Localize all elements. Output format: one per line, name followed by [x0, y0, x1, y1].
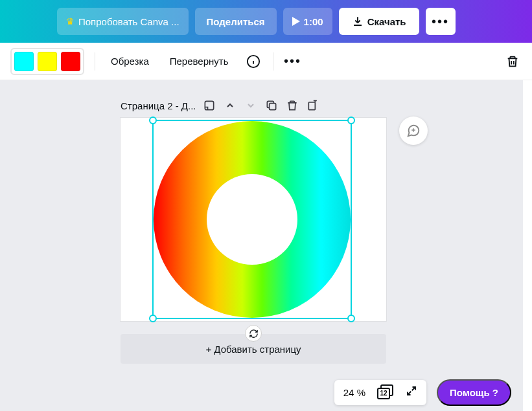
page-count-button[interactable]: 12: [377, 386, 394, 400]
more-options-button[interactable]: •••: [284, 52, 302, 71]
page-header: Страница 2 - Д...: [121, 98, 523, 113]
chevron-down-icon: [246, 100, 256, 111]
svg-rect-2: [270, 104, 276, 110]
page-stack-front: 12: [377, 388, 390, 399]
svg-rect-3: [309, 102, 316, 110]
help-button[interactable]: Помощь ?: [437, 379, 511, 406]
zoom-control: 24 % 12: [334, 380, 426, 405]
help-label: Помощь ?: [450, 387, 498, 398]
download-label: Скачать: [367, 16, 406, 27]
context-toolbar: Обрезка Перевернуть •••: [0, 43, 532, 80]
crown-icon: ♛: [66, 16, 75, 27]
share-button[interactable]: Поделиться: [195, 8, 277, 35]
color-swatch-red[interactable]: [61, 52, 80, 71]
resize-handle-br[interactable]: [347, 315, 355, 322]
info-icon: [246, 54, 260, 69]
resize-handle-tl[interactable]: [149, 117, 157, 124]
bottom-bar: 24 % 12 Помощь ?: [334, 379, 511, 406]
more-icon: •••: [432, 14, 449, 29]
add-page-icon: [306, 99, 319, 112]
resize-handle-bl[interactable]: [149, 315, 157, 322]
add-comment-button[interactable]: [399, 117, 428, 145]
add-page-button[interactable]: + Добавить страницу: [121, 334, 386, 364]
scroll-down-arrow[interactable]: ▼: [523, 401, 529, 408]
info-button[interactable]: [244, 52, 262, 71]
scroll-up-arrow[interactable]: ▲: [523, 83, 529, 90]
play-icon: [292, 17, 300, 26]
resize-handle-tr[interactable]: [347, 117, 355, 124]
play-button[interactable]: 1:00: [283, 8, 332, 35]
share-label: Поделиться: [207, 16, 265, 27]
note-icon: [203, 99, 216, 112]
trash-icon: [505, 54, 520, 69]
page-down-button: [244, 98, 258, 113]
svg-rect-1: [205, 101, 214, 109]
trash-icon: [286, 99, 299, 112]
rotate-icon: [249, 329, 259, 339]
download-button[interactable]: Скачать: [339, 8, 419, 35]
selection-box[interactable]: [152, 120, 352, 319]
divider: [273, 52, 273, 71]
delete-page-button[interactable]: [285, 98, 299, 113]
try-canva-label: Попробовать Canva ...: [78, 16, 179, 27]
download-icon: [352, 16, 364, 27]
add-page-label: + Добавить страницу: [205, 344, 301, 355]
chevron-up-icon: [225, 100, 235, 111]
color-swatch-yellow[interactable]: [38, 52, 57, 71]
page-notes-button[interactable]: [202, 98, 216, 113]
canvas-wrap: [121, 118, 386, 321]
top-bar: ♛ Попробовать Canva ... Поделиться 1:00 …: [0, 0, 532, 43]
more-icon: •••: [284, 54, 301, 69]
flip-button[interactable]: Перевернуть: [165, 52, 234, 71]
rotate-handle[interactable]: [245, 325, 262, 342]
divider: [95, 52, 95, 71]
design-canvas[interactable]: [121, 118, 386, 321]
color-swatch-cyan[interactable]: [14, 52, 34, 71]
zoom-value[interactable]: 24 %: [343, 387, 365, 398]
expand-icon: [406, 385, 417, 397]
more-menu-button[interactable]: •••: [426, 8, 456, 35]
duplicate-page-button[interactable]: [264, 98, 279, 113]
add-page-icon-button[interactable]: [306, 98, 320, 113]
delete-button[interactable]: [503, 52, 522, 71]
try-canva-button[interactable]: ♛ Попробовать Canva ...: [57, 8, 189, 35]
scrollbar-thumb[interactable]: [523, 164, 532, 190]
play-duration: 1:00: [304, 16, 323, 27]
color-picker-group: [10, 48, 84, 75]
canvas-area: ▲ ▼ Страница 2 - Д...: [0, 80, 532, 411]
page-title[interactable]: Страница 2 - Д...: [121, 100, 196, 111]
comment-icon: [406, 124, 421, 138]
fullscreen-button[interactable]: [406, 385, 417, 400]
crop-button[interactable]: Обрезка: [106, 52, 154, 71]
duplicate-icon: [265, 99, 278, 112]
page-up-button[interactable]: [223, 98, 237, 113]
